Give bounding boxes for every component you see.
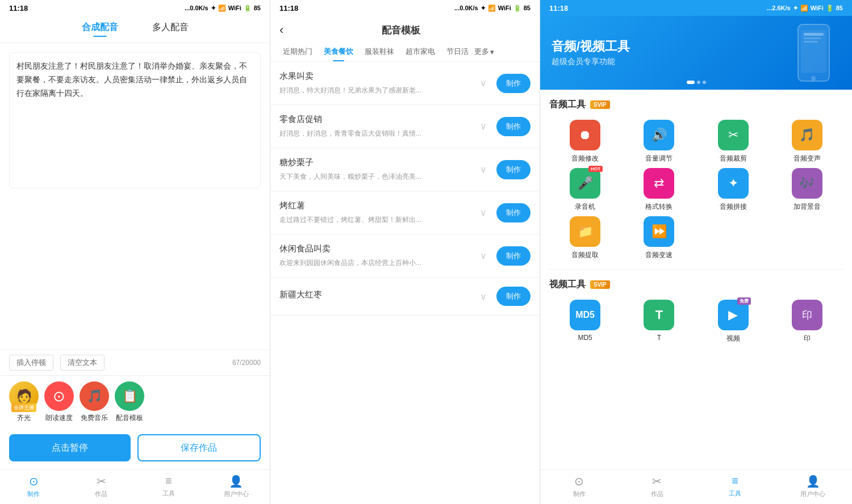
audio-splice-label: 音频拼接 <box>720 202 747 212</box>
nav-label-tools-3: 工具 <box>729 489 741 498</box>
video-t-icon: T <box>644 300 674 330</box>
clear-text-button[interactable]: 清空文本 <box>60 355 105 371</box>
create-icon-3: ⊙ <box>574 474 584 488</box>
expand-icon-0[interactable]: ∨ <box>475 75 492 92</box>
template-title-4: 休闲食品叫卖 <box>279 243 475 254</box>
cat-more[interactable]: 更多 ▾ <box>474 42 494 61</box>
banner-dots <box>687 81 706 84</box>
tab-synthesize[interactable]: 合成配音 <box>82 22 118 37</box>
expand-icon-2[interactable]: ∨ <box>475 161 492 178</box>
text-input[interactable]: 村民朋友注意了！村民朋友注意了！取消举办婚宴、亲友聚会，不要聚餐，不要走亲访友。… <box>9 52 261 188</box>
dot-1 <box>687 81 695 84</box>
expand-icon-1[interactable]: ∨ <box>475 118 492 135</box>
tool-video-play[interactable]: ▶ 免费 视频 <box>698 300 769 343</box>
status-bar-1: 11:18 ...0.0K/s ✦ 📶 WiFi 🔋 85 <box>0 0 270 16</box>
voice-item-template[interactable]: 📋 配音模板 <box>115 381 144 423</box>
svg-rect-3 <box>804 37 821 39</box>
works-icon-1: ✂ <box>97 474 106 488</box>
chevron-down-icon: ▾ <box>490 48 494 56</box>
banner-text: 音频/视频工具 超级会员专享功能 <box>552 39 630 68</box>
video-section-title: 视频工具 <box>549 279 586 291</box>
audio-extract-icon: 📁 <box>570 216 600 247</box>
cat-supermarket[interactable]: 超市家电 <box>400 42 441 61</box>
voice-item-speed[interactable]: ⊙ 朗读速度 <box>44 381 74 423</box>
voice-template-label: 配音模板 <box>116 413 143 423</box>
tool-md5[interactable]: MD5 MD5 <box>549 300 621 343</box>
expand-icon-4[interactable]: ∨ <box>475 247 492 264</box>
template-item-2: 糖炒栗子 天下美食，人间美味，糯炒栗子，色泽油亮美... ∨ 制作 <box>270 148 540 191</box>
tool-audio-modify[interactable]: ⏺ 音频修改 <box>549 120 621 163</box>
dot-3 <box>703 81 706 84</box>
nav-item-works-1[interactable]: ✂ 作品 <box>68 470 135 504</box>
audio-cut-label: 音频裁剪 <box>720 154 747 163</box>
audio-extract-label: 音频提取 <box>571 250 599 260</box>
nav-item-tools-1[interactable]: ≡ 工具 <box>135 470 203 504</box>
promo-banner[interactable]: 音频/视频工具 超级会员专享功能 <box>540 16 852 90</box>
audio-cut-icon: ✂ <box>718 120 749 150</box>
tool-format-convert[interactable]: ⇄ 格式转换 <box>623 168 695 212</box>
tool-audio-cut[interactable]: ✂ 音频裁剪 <box>698 120 769 163</box>
voice-options-row: 🧑 金牌主播 齐光 ⊙ 朗读速度 🎵 免费音乐 📋 配音模板 <box>0 375 270 429</box>
tool-add-bgm[interactable]: 🎶 加背景音 <box>771 168 843 212</box>
cat-food[interactable]: 美食餐饮 <box>318 42 359 61</box>
pause-button[interactable]: 点击暂停 <box>9 434 131 461</box>
tool-audio-splice[interactable]: ✦ 音频拼接 <box>698 168 769 212</box>
save-button[interactable]: 保存作品 <box>137 434 261 461</box>
make-button-5[interactable]: 制作 <box>496 287 531 306</box>
tool-video-stamp[interactable]: 印 印 <box>771 300 843 343</box>
bluetooth-icon-3: ✦ <box>793 5 798 12</box>
template-title-3: 烤红薯 <box>279 200 475 211</box>
nav-item-user-1[interactable]: 👤 用户中心 <box>202 470 270 504</box>
nav-item-works-3[interactable]: ✂ 作品 <box>618 470 696 504</box>
back-button[interactable]: ‹ <box>279 23 283 37</box>
svg-rect-1 <box>801 30 826 73</box>
template-info-2: 糖炒栗子 天下美食，人间美味，糯炒栗子，色泽油亮美... <box>279 157 475 182</box>
audio-splice-icon: ✦ <box>718 168 749 199</box>
tool-volume-adjust[interactable]: 🔊 音量调节 <box>623 120 695 163</box>
cat-clothing[interactable]: 服装鞋袜 <box>359 42 400 61</box>
panel-templates: 11:18 ...0.0K/s ✦ 📶 WiFi 🔋 85 ‹ 配音模板 近期热… <box>270 0 540 504</box>
nav-item-user-3[interactable]: 👤 用户中心 <box>774 470 852 504</box>
nav-label-works-1: 作品 <box>95 490 107 498</box>
voice-item-qiguang[interactable]: 🧑 金牌主播 齐光 <box>9 381 39 423</box>
insert-pause-button[interactable]: 插入停顿 <box>9 355 53 371</box>
video-tools-grid: MD5 MD5 T T ▶ 免费 视频 印 印 <box>549 300 843 343</box>
make-button-4[interactable]: 制作 <box>496 246 531 266</box>
make-button-0[interactable]: 制作 <box>496 74 531 93</box>
make-button-1[interactable]: 制作 <box>496 117 531 136</box>
audio-modify-icon: ⏺ <box>570 120 600 150</box>
bluetooth-icon-2: ✦ <box>481 5 486 12</box>
video-svip-badge: SVIP <box>590 280 610 289</box>
status-time-1: 11:18 <box>9 4 28 12</box>
template-info-3: 烤红薯 走过路过不要错过，烤红薯、烤甜梨！新鲜出... <box>279 200 475 225</box>
tab-multi-voice[interactable]: 多人配音 <box>152 22 189 37</box>
format-convert-label: 格式转换 <box>645 202 673 212</box>
banner-subtitle: 超级会员专享功能 <box>552 57 630 67</box>
free-badge: 免费 <box>737 297 751 305</box>
make-button-3[interactable]: 制作 <box>496 203 531 222</box>
nav-item-create-1[interactable]: ⊙ 制作 <box>0 470 68 504</box>
tool-audio-speed[interactable]: ⏩ 音频变速 <box>623 216 695 260</box>
expand-icon-5[interactable]: ∨ <box>475 288 492 305</box>
user-icon-3: 👤 <box>806 474 820 488</box>
nav-item-tools-3[interactable]: ≡ 工具 <box>696 470 774 504</box>
status-icons-3: ...2.6K/s ✦ 📶 WiFi 🔋 85 <box>767 5 843 12</box>
nav-item-create-3[interactable]: ⊙ 制作 <box>540 470 618 504</box>
user-icon-1: 👤 <box>229 474 243 488</box>
status-bar-2: 11:18 ...0.0K/s ✦ 📶 WiFi 🔋 85 <box>270 0 540 16</box>
make-button-2[interactable]: 制作 <box>496 160 531 179</box>
format-convert-icon: ⇄ <box>644 168 674 199</box>
video-play-icon: ▶ 免费 <box>718 300 749 330</box>
cat-recent[interactable]: 近期热门 <box>277 42 318 61</box>
voice-change-icon: 🎵 <box>792 120 822 150</box>
tool-video-t[interactable]: T T <box>623 300 695 343</box>
template-item-0: 水果叫卖 好消息，特大好消息！兄弟水果为了感谢新老... ∨ 制作 <box>270 62 540 105</box>
template-info-5: 新疆大红枣 <box>279 289 475 304</box>
tool-voice-change[interactable]: 🎵 音频变声 <box>771 120 843 163</box>
expand-icon-3[interactable]: ∨ <box>475 204 492 221</box>
tool-audio-extract[interactable]: 📁 音频提取 <box>549 216 621 260</box>
network-status-3: ...2.6K/s <box>767 5 791 11</box>
voice-item-music[interactable]: 🎵 免费音乐 <box>80 381 109 423</box>
tool-recorder[interactable]: 🎤 HOT 录音机 <box>549 168 621 212</box>
cat-holiday[interactable]: 节日活 <box>441 42 474 61</box>
